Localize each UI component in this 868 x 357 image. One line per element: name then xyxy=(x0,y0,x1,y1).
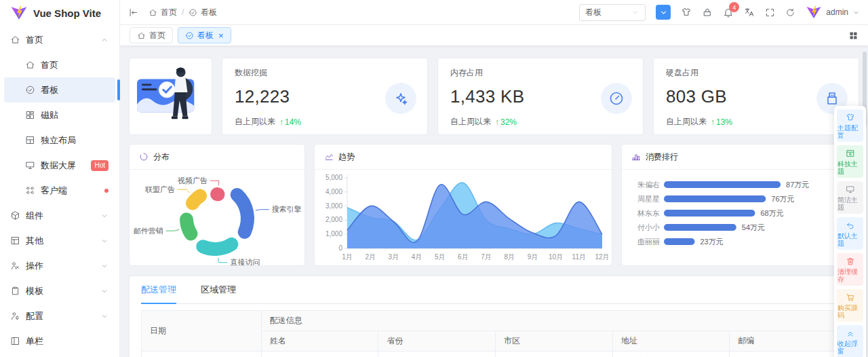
sidebar-item-磁贴[interactable]: 磁贴 xyxy=(4,102,115,128)
tab-区域管理[interactable]: 区域管理 xyxy=(201,276,236,303)
sidebar-item-独立布局[interactable]: 独立布局 xyxy=(4,128,115,153)
sidebar-item-首页[interactable]: 首页 xyxy=(4,52,115,77)
trash-icon xyxy=(846,257,855,266)
open-tabs: 首页看板× xyxy=(130,27,231,43)
chevron-down-icon xyxy=(631,8,639,16)
stat-footer-label: 自上周以来 xyxy=(450,116,491,128)
tag-view-bar: 首页看板× xyxy=(120,25,868,45)
user-menu[interactable]: admin xyxy=(806,4,860,20)
sidebar-item-配置[interactable]: 配置 xyxy=(4,303,115,328)
top-header: 首页 / 看板 看板 4 xyxy=(120,0,868,25)
line-chart-icon xyxy=(324,152,334,162)
sidebar-item-客户端[interactable]: 客户端 xyxy=(4,178,115,203)
dashboard-icon xyxy=(25,85,35,95)
close-icon[interactable]: × xyxy=(218,31,224,40)
theme-button-简洁主题[interactable]: 简洁主题 xyxy=(837,181,863,214)
sidebar-item-看板[interactable]: 看板 xyxy=(4,77,115,102)
notification-badge: 4 xyxy=(729,2,739,12)
sidebar-item-其他[interactable]: 其他 xyxy=(4,228,115,253)
theme-button-label: 清理缓存 xyxy=(837,268,863,283)
svg-text:周星星: 周星星 xyxy=(637,195,660,203)
svg-text:2月: 2月 xyxy=(365,253,376,261)
svg-text:直接访问: 直接访问 xyxy=(229,258,260,266)
stat-footer-label: 自上周以来 xyxy=(235,116,275,128)
sidebar-item-label: 单栏 xyxy=(26,335,43,347)
single-icon xyxy=(10,336,20,346)
table-cell: 200333 xyxy=(730,352,847,357)
operate-icon xyxy=(10,261,20,271)
theme-shirt-icon[interactable] xyxy=(681,7,692,18)
sidebar-item-label: 首页 xyxy=(41,59,58,71)
refresh-icon[interactable] xyxy=(785,7,795,18)
stat-card-内存占用: 内存占用 1,433 KB 自上周以来 ↑32% xyxy=(437,58,644,135)
tab-配送管理[interactable]: 配送管理 xyxy=(141,276,176,303)
sidebar-collapse-icon[interactable] xyxy=(128,7,138,18)
lock-screen-icon[interactable] xyxy=(702,7,713,18)
fullscreen-icon[interactable] xyxy=(765,7,775,18)
tab-看板[interactable]: 看板× xyxy=(178,27,231,43)
theme-button-label: 默认主题 xyxy=(837,232,863,247)
sidebar-item-label: 配置 xyxy=(26,310,43,322)
chart-canvas: 01,0002,0003,0004,0005,0001月2月3月4月5月6月7月… xyxy=(315,170,612,266)
col-header-省份: 省份 xyxy=(378,331,496,352)
app-logo[interactable]: Vue Shop Vite xyxy=(0,0,119,26)
chevron-down-icon xyxy=(852,9,860,16)
theme-button-购买源码[interactable]: 购买源码 xyxy=(837,289,863,322)
theme-button-科技主题[interactable]: 科技主题 xyxy=(837,145,863,178)
theme-button-默认主题[interactable]: 默认主题 xyxy=(837,217,863,250)
avatar xyxy=(806,4,822,20)
screen-icon xyxy=(25,160,35,170)
table-row[interactable]: 2016-05-03王小虎上海普陀区上海市普陀区金沙江路 1518 弄20033… xyxy=(142,352,847,357)
dashboard-icon xyxy=(185,31,194,40)
app-title: Vue Shop Vite xyxy=(33,7,101,19)
tab-首页[interactable]: 首页 xyxy=(130,27,173,43)
breadcrumb: 首页 / 看板 xyxy=(149,7,217,18)
menu-search-select[interactable]: 看板 xyxy=(579,4,646,21)
translate-icon[interactable] xyxy=(744,7,755,18)
sidebar-item-extra xyxy=(104,189,108,193)
main-area: 首页 / 看板 看板 4 xyxy=(120,0,868,357)
delivery-card: 配送管理区域管理 日期配送信息 姓名省份市区地址邮编2016-05-03王小虎上… xyxy=(129,276,859,357)
sidebar-item-extra: Hot xyxy=(91,160,108,171)
theme-float-panel: 主题配置科技主题简洁主题默认主题清理缓存购买源码收起浮窗 xyxy=(834,106,866,357)
sidebar-item-label: 磁贴 xyxy=(41,109,58,121)
col-header-date: 日期 xyxy=(142,311,262,352)
sidebar-item-label: 首页 xyxy=(26,34,43,46)
col-header-地址: 地址 xyxy=(612,331,730,352)
svg-text:1月: 1月 xyxy=(342,253,353,261)
svg-text:76万元: 76万元 xyxy=(771,195,794,203)
svg-text:曲丽丽: 曲丽丽 xyxy=(637,238,660,246)
arrow-up-icon: ↑ xyxy=(711,117,715,127)
sidebar-item-组件[interactable]: 组件 xyxy=(4,203,115,228)
sidebar-item-label: 模板 xyxy=(26,285,43,297)
chart-title: 消费排行 xyxy=(646,151,678,163)
sidebar-submenu: 首页看板磁贴独立布局数据大屏Hot客户端 xyxy=(0,52,119,203)
sidebar-item-数据大屏[interactable]: 数据大屏Hot xyxy=(4,153,115,178)
breadcrumb-home[interactable]: 首页 xyxy=(149,7,177,18)
home-icon xyxy=(149,8,157,17)
theme-button-label: 收起浮窗 xyxy=(837,340,863,355)
theme-button-收起浮窗[interactable]: 收起浮窗 xyxy=(837,325,863,357)
pie-chart-icon xyxy=(139,152,149,162)
theme-button-清理缓存[interactable]: 清理缓存 xyxy=(837,253,863,286)
svg-text:4,000: 4,000 xyxy=(326,188,342,195)
stat-card-数据挖掘: 数据挖掘 12,223 自上周以来 ↑14% xyxy=(222,58,428,135)
svg-text:林东东: 林东东 xyxy=(637,209,660,217)
notification-bell-icon[interactable]: 4 xyxy=(723,7,734,18)
chevron-up-icon xyxy=(100,36,108,44)
config-icon xyxy=(10,311,20,321)
sidebar-item-首页[interactable]: 首页 xyxy=(4,27,115,52)
hot-badge: Hot xyxy=(91,160,108,171)
stat-card-硬盘占用: 硬盘占用 803 GB 自上周以来 ↑13% xyxy=(653,58,859,135)
sidebar-item-单栏[interactable]: 单栏 xyxy=(4,328,115,354)
theme-button-主题配置[interactable]: 主题配置 xyxy=(837,109,863,142)
tag-menu-icon[interactable] xyxy=(848,31,859,41)
chevron-down-icon xyxy=(100,262,108,270)
breadcrumb-current[interactable]: 看板 xyxy=(189,7,217,18)
delivery-table-wrap: 日期配送信息 姓名省份市区地址邮编2016-05-03王小虎上海普陀区上海市普陀… xyxy=(141,310,847,357)
sidebar-item-模板[interactable]: 模板 xyxy=(4,278,115,303)
layout-icon xyxy=(25,135,35,145)
search-confirm-button[interactable] xyxy=(656,5,671,20)
sidebar-item-操作[interactable]: 操作 xyxy=(4,253,115,278)
svg-text:邮件营销: 邮件营销 xyxy=(134,227,163,235)
